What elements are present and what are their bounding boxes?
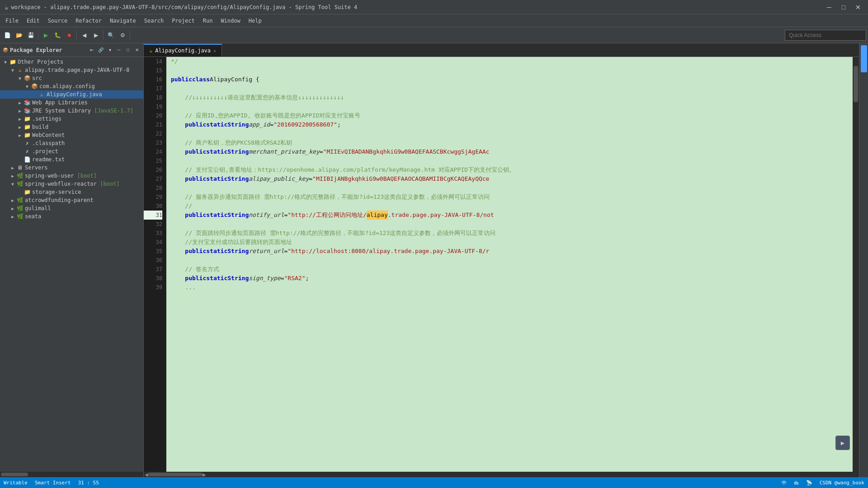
tree-item-webapplibs[interactable]: ▶ 📚 Web App Libraries: [0, 99, 143, 107]
h-scroll-right[interactable]: ▶: [203, 472, 206, 477]
toolbar: 📄 📂 💾 ▶ 🐛 ■ ◀ ▶ 🔍 ⚙: [0, 27, 868, 43]
tree-label: atcrowdfunding-parent: [25, 197, 94, 203]
code-line-27: public static String alipay_public_key =…: [171, 174, 853, 183]
line-num-16: 16: [144, 75, 162, 84]
code-line-38: public static String sign_type = "RSA2" …: [171, 274, 853, 283]
toolbar-sep-3: [103, 31, 104, 40]
right-panel-btn-1[interactable]: [861, 45, 867, 72]
panel-controls: ⇤ 🔗 ▾ ─ □ ✕: [88, 47, 141, 54]
tree-item-jre[interactable]: ▶ 📚 JRE System Library [JavaSE-1.7]: [0, 107, 143, 115]
menu-run[interactable]: Run: [199, 17, 217, 25]
menu-project[interactable]: Project: [168, 17, 198, 25]
save-button[interactable]: 💾: [25, 30, 36, 41]
close-panel-button[interactable]: ✕: [133, 47, 141, 54]
line-num-23: 23: [144, 138, 162, 147]
minimize-panel-button[interactable]: ─: [115, 47, 123, 54]
tree-item-storage[interactable]: ▶ 📁 storage-service: [0, 188, 143, 196]
minimize-button[interactable]: ─: [824, 2, 835, 13]
folder-icon: 📁: [24, 188, 31, 196]
search-toolbar-button[interactable]: 🔍: [105, 30, 116, 41]
editor-v-scrollbar[interactable]: [853, 57, 859, 472]
project-icon: 🌿: [16, 180, 24, 188]
collapse-all-button[interactable]: ⇤: [88, 47, 95, 54]
line-num-20: 20: [144, 111, 162, 120]
editor-tab-alipayconfig[interactable]: ☕ AlipayConfig.java ✕: [144, 44, 222, 56]
editor-v-scrollbar-thumb[interactable]: [854, 66, 858, 102]
toolbar-sep-1: [38, 31, 38, 40]
menu-source[interactable]: Source: [44, 17, 71, 25]
status-bar: Writable Smart Insert 31 : 55 中 🖮 📡 CSDN…: [0, 477, 868, 488]
menu-window[interactable]: Window: [217, 17, 244, 25]
sidebar-h-scrollbar[interactable]: [0, 472, 143, 477]
tree-item-seata[interactable]: ▶ 🌿 seata: [0, 212, 143, 221]
line-num-19: 19: [144, 102, 162, 111]
folder-icon: 📁: [9, 58, 16, 66]
sidebar-h-scrollbar-thumb[interactable]: [1, 473, 28, 476]
close-button[interactable]: ✕: [853, 2, 863, 13]
tree-item-package[interactable]: ▼ 📦 com.alipay.config: [0, 82, 143, 90]
file-icon: ✗: [24, 148, 31, 155]
back-button[interactable]: ◀: [79, 30, 90, 41]
code-line-37: // 签名方式: [171, 265, 853, 274]
menu-search[interactable]: Search: [141, 17, 167, 25]
status-ime: 🖮: [794, 480, 799, 486]
maximize-button[interactable]: □: [838, 2, 849, 13]
code-content[interactable]: */ public class AlipayConfig { //↓↓↓↓↓↓↓…: [166, 57, 853, 472]
debug-button[interactable]: 🐛: [52, 30, 63, 41]
tree-item-project[interactable]: ▼ ☕ alipay.trade.page.pay-JAVA-UTF-8: [0, 66, 143, 74]
menu-help[interactable]: Help: [245, 17, 265, 25]
tree-item-spring-web-user[interactable]: ▶ 🌿 spring-web-user [boot]: [0, 172, 143, 180]
stop-button[interactable]: ■: [64, 30, 75, 41]
tree-item-build[interactable]: ▶ 📁 build: [0, 123, 143, 131]
code-line-22: [171, 129, 853, 138]
line-num-25: 25: [144, 156, 162, 165]
tree-item-project-file[interactable]: ▶ ✗ .project: [0, 147, 143, 155]
menu-edit[interactable]: Edit: [23, 17, 43, 25]
new-button[interactable]: 📄: [2, 30, 13, 41]
editor-h-scrollbar-thumb[interactable]: [148, 473, 203, 476]
tree-item-servers[interactable]: ▶ 🖥 Servers: [0, 164, 143, 172]
line-num-37: 37: [144, 265, 162, 274]
open-button[interactable]: 📂: [14, 30, 24, 41]
settings-button[interactable]: ⚙: [117, 30, 128, 41]
menu-bar: File Edit Source Refactor Navigate Searc…: [0, 14, 868, 27]
tree-item-webcontent[interactable]: ▶ 📁 WebContent: [0, 131, 143, 139]
tree-label: WebContent: [32, 132, 65, 138]
play-button[interactable]: ▶: [835, 436, 850, 450]
line-num-35: 35: [144, 247, 162, 256]
title-text: workspace - alipay.trade.page.pay-JAVA-U…: [11, 4, 824, 10]
code-line-19: [171, 102, 853, 111]
status-writable: Writable: [4, 480, 28, 486]
tree-label: AlipayConfig.java: [47, 91, 102, 98]
menu-file[interactable]: File: [2, 17, 22, 25]
tree-item-classpath[interactable]: ▶ ✗ .classpath: [0, 139, 143, 147]
view-menu-button[interactable]: ▾: [106, 47, 113, 54]
menu-navigate[interactable]: Navigate: [106, 17, 140, 25]
folder-icon: 📁: [24, 123, 31, 131]
tree-item-src[interactable]: ▼ 📦 src: [0, 74, 143, 82]
forward-button[interactable]: ▶: [90, 30, 101, 41]
app-icon: ☕: [5, 4, 8, 11]
tree-item-spring-webflux[interactable]: ▼ 🌿 spring-webflux-reactor [boot]: [0, 180, 143, 188]
status-lang: 中: [782, 479, 787, 486]
line-num-15: 15: [144, 66, 162, 75]
tree-item-readme[interactable]: ▶ 📄 readme.txt: [0, 155, 143, 164]
tree-label: spring-webflux-reactor [boot]: [25, 181, 120, 187]
editor-h-scrollbar[interactable]: ◀ ▶: [144, 472, 859, 477]
tree-item-gulimall[interactable]: ▶ 🌿 gulimall: [0, 204, 143, 212]
code-line-16: public class AlipayConfig {: [171, 75, 853, 84]
code-line-25: [171, 156, 853, 165]
quick-access-input[interactable]: [785, 30, 866, 41]
tree-item-settings[interactable]: ▶ 📁 .settings: [0, 115, 143, 123]
h-scroll-left[interactable]: ◀: [145, 472, 148, 477]
folder-icon: 📦: [24, 75, 31, 82]
tree-item-other-projects[interactable]: ▼ 📁 Other Projects: [0, 58, 143, 66]
run-button[interactable]: ▶: [40, 30, 51, 41]
close-tab-button[interactable]: ✕: [213, 48, 216, 53]
tree-item-file-alipayconfig[interactable]: ▶ ☕ AlipayConfig.java: [0, 90, 143, 99]
menu-refactor[interactable]: Refactor: [72, 17, 105, 25]
tree-item-atcrowdfunding[interactable]: ▶ 🌿 atcrowdfunding-parent: [0, 196, 143, 204]
text-file-icon: 📄: [24, 156, 31, 163]
link-editor-button[interactable]: 🔗: [97, 47, 104, 54]
maximize-panel-button[interactable]: □: [124, 47, 132, 54]
